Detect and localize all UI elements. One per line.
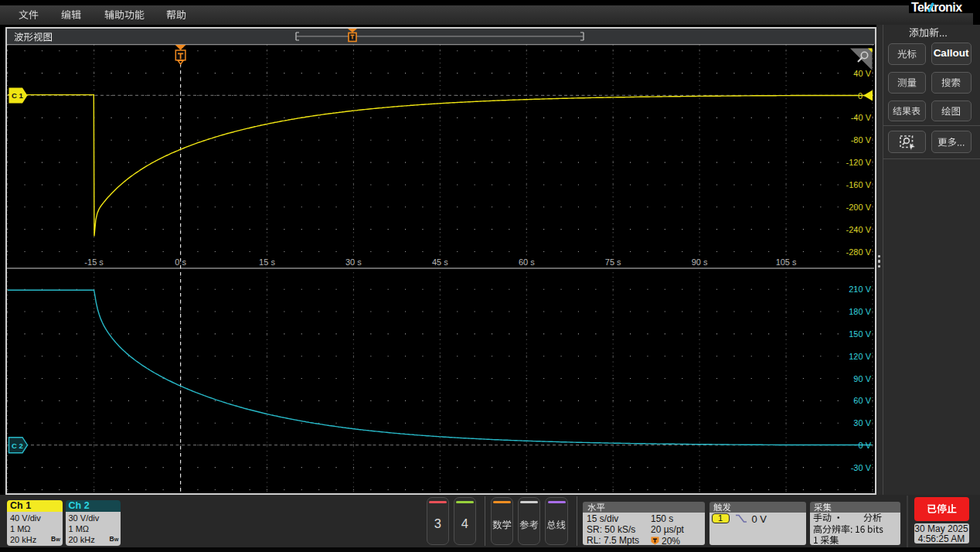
svg-text:-40 V: -40 V — [851, 113, 872, 122]
svg-text:180 V: 180 V — [849, 307, 871, 316]
svg-text:30 V: 30 V — [853, 418, 871, 428]
svg-text:150 V: 150 V — [849, 329, 871, 339]
svg-text:-30 V: -30 V — [851, 463, 872, 472]
svg-text:60 s: 60 s — [519, 257, 535, 267]
svg-text:30 s: 30 s — [345, 257, 362, 267]
svg-text:-200 V: -200 V — [846, 203, 872, 212]
svg-text:0 s: 0 s — [175, 257, 186, 267]
svg-text:-120 V: -120 V — [846, 158, 872, 167]
svg-text:15 s: 15 s — [259, 257, 275, 267]
svg-text:-80 V: -80 V — [851, 135, 872, 145]
svg-text:0: 0 — [858, 91, 863, 101]
svg-text:120 V: 120 V — [849, 352, 871, 361]
svg-text:75 s: 75 s — [605, 257, 621, 267]
svg-text:90 V: 90 V — [853, 374, 871, 383]
svg-text:40 V: 40 V — [853, 69, 871, 78]
svg-text:-240 V: -240 V — [846, 225, 872, 234]
svg-text:90 s: 90 s — [692, 257, 708, 267]
svg-text:105 s: 105 s — [776, 257, 797, 267]
svg-text:-160 V: -160 V — [846, 180, 872, 189]
svg-text:45 s: 45 s — [432, 257, 448, 267]
svg-text:210 V: 210 V — [849, 285, 871, 294]
svg-text:-280 V: -280 V — [846, 247, 872, 257]
svg-text:0 V: 0 V — [858, 441, 871, 450]
svg-text:C 2: C 2 — [12, 441, 23, 450]
svg-text:-15 s: -15 s — [84, 257, 104, 267]
svg-text:C 1: C 1 — [12, 91, 24, 100]
svg-text:60 V: 60 V — [853, 396, 871, 405]
